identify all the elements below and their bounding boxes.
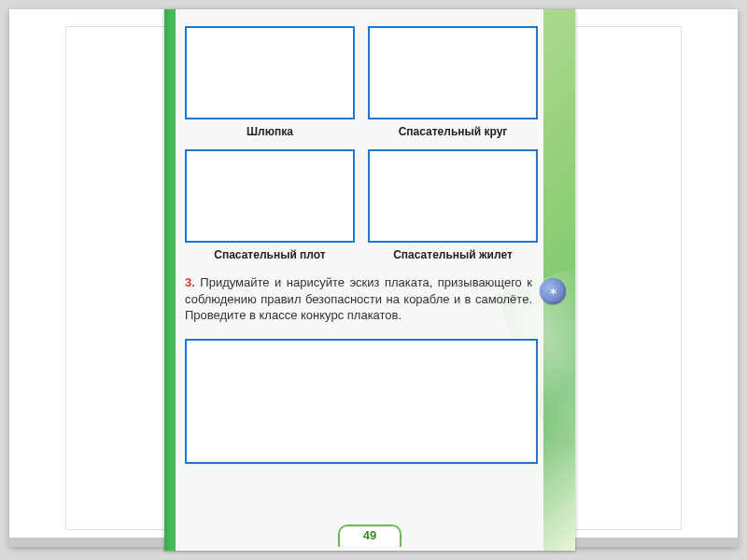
pair-work-badge-icon: ✶	[540, 278, 566, 304]
caption-liferaft: Спасательный плот	[185, 248, 355, 261]
slide-frame: Шлюпка Спасательный круг Спасательный пл…	[9, 9, 738, 547]
poster-drawing-box	[185, 339, 538, 464]
drawing-box-liferaft	[185, 149, 355, 243]
page-left-margin	[164, 9, 176, 551]
task-3-block: 3. Придумайте и нарисуйте эскиз плаката,…	[185, 274, 538, 324]
badge-glyph: ✶	[548, 285, 558, 299]
caption-lifejacket: Спасательный жилет	[368, 248, 538, 261]
page-number-tab: 49	[338, 525, 402, 547]
caption-row-1: Шлюпка Спасательный круг	[185, 125, 538, 138]
task-body: Придумайте и нарисуйте эскиз плаката, пр…	[185, 275, 532, 322]
drawing-box-lifebuoy	[368, 26, 538, 119]
caption-row-2: Спасательный плот Спасательный жилет	[185, 248, 538, 261]
caption-lifeboat: Шлюпка	[185, 125, 355, 138]
task-number: 3.	[185, 275, 195, 289]
drawing-box-lifejacket	[368, 149, 538, 243]
page-content: Шлюпка Спасательный круг Спасательный пл…	[185, 9, 538, 551]
page-number: 49	[363, 528, 376, 542]
caption-lifebuoy: Спасательный круг	[368, 125, 538, 138]
drawing-row-1	[185, 26, 538, 119]
drawing-box-lifeboat	[185, 26, 355, 119]
drawing-row-2	[185, 149, 538, 243]
task-3-text: 3. Придумайте и нарисуйте эскиз плаката,…	[185, 274, 538, 324]
workbook-page: Шлюпка Спасательный круг Спасательный пл…	[164, 9, 575, 551]
